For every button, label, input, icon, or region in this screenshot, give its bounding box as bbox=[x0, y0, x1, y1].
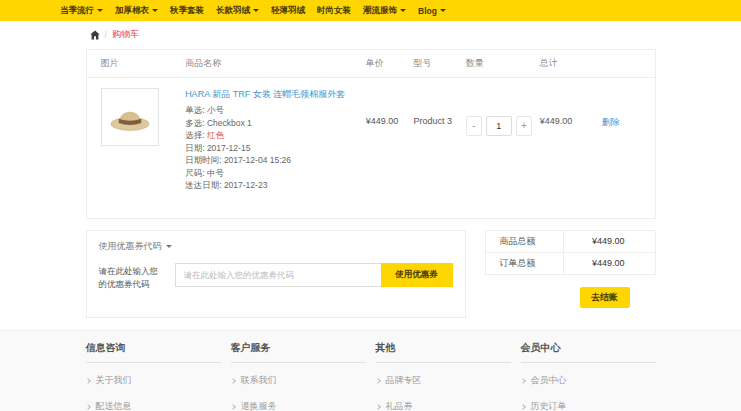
subtotal-label: 商品总额 bbox=[485, 230, 563, 252]
coupon-code-input[interactable] bbox=[175, 263, 381, 287]
chevron-right-icon bbox=[230, 404, 236, 410]
product-model: Product 3 bbox=[409, 78, 461, 219]
chevron-right-icon bbox=[85, 378, 91, 384]
home-icon[interactable] bbox=[90, 30, 100, 40]
breadcrumb-separator: / bbox=[105, 30, 108, 40]
cart-item-row: HARA 新品 TRF 女装 连帽毛领棉服外套 单选: 小号 多选: Check… bbox=[86, 78, 655, 219]
totals-row-subtotal: 商品总额 ¥449.00 bbox=[485, 230, 655, 252]
cart-page: 图片 商品名称 单价 型号 数量 总计 bbox=[86, 49, 656, 318]
cart-table-header-row: 图片 商品名称 单价 型号 数量 总计 bbox=[86, 50, 655, 78]
footer-link-delivery-info[interactable]: 配送信息 bbox=[86, 394, 221, 411]
top-navigation: 当季流行 加厚棉衣 秋季套装 长款羽绒 轻薄羽绒 时尚女装 潮流服饰 Blog bbox=[0, 0, 741, 21]
nav-item-blog[interactable]: Blog bbox=[418, 6, 446, 16]
nav-item-light-down[interactable]: 轻薄羽绒 bbox=[271, 5, 305, 17]
product-option: 送达日期: 2017-12-23 bbox=[185, 179, 358, 192]
footer-link-gift-vouchers[interactable]: 礼品券 bbox=[376, 394, 511, 411]
order-total-value: ¥449.00 bbox=[563, 252, 655, 274]
product-option: 尺码: 中号 bbox=[185, 167, 358, 180]
footer-column-extras: 其他 品牌专区 礼品券 联盟会员 特别优惠 bbox=[376, 341, 511, 411]
nav-item-padded-coats[interactable]: 加厚棉衣 bbox=[115, 5, 158, 17]
straw-hat-image bbox=[104, 91, 156, 143]
chevron-down-icon bbox=[97, 9, 103, 12]
chevron-right-icon bbox=[520, 404, 526, 410]
product-option: 单选: 小号 bbox=[185, 104, 358, 117]
chevron-right-icon bbox=[520, 378, 526, 384]
footer-link-order-history[interactable]: 历史订单 bbox=[521, 394, 656, 411]
footer-column-information: 信息咨询 关于我们 配送信息 隐私政策 使用条款 bbox=[86, 341, 221, 411]
col-header-total: 总计 bbox=[536, 50, 598, 78]
chevron-down-icon bbox=[253, 9, 259, 12]
chevron-down-icon bbox=[400, 9, 406, 12]
cart-bottom-section: 使用优惠券代码 请在此处输入您的优惠券代码 使用优惠券 商品总额 ¥449.0 bbox=[86, 230, 656, 318]
chevron-right-icon bbox=[85, 404, 91, 410]
footer-link-returns[interactable]: 退换服务 bbox=[231, 394, 366, 411]
chevron-down-icon bbox=[152, 9, 158, 12]
chevron-right-icon bbox=[230, 378, 236, 384]
order-totals: 商品总额 ¥449.00 订单总额 ¥449.00 去结账 bbox=[485, 230, 656, 318]
footer-column-title: 客户服务 bbox=[231, 341, 366, 363]
coupon-form: 请在此处输入您的优惠券代码 使用优惠券 bbox=[87, 259, 465, 317]
nav-item-trend-apparel[interactable]: 潮流服饰 bbox=[363, 5, 406, 17]
product-option: 日期时间: 2017-12-04 15:26 bbox=[185, 154, 358, 167]
subtotal-value: ¥449.00 bbox=[563, 230, 655, 252]
totals-table: 商品总额 ¥449.00 订单总额 ¥449.00 bbox=[485, 230, 656, 275]
coupon-label: 请在此处输入您的优惠券代码 bbox=[99, 263, 165, 291]
col-header-quantity: 数量 bbox=[462, 50, 536, 78]
nav-item-fashion-women[interactable]: 时尚女装 bbox=[317, 5, 351, 17]
breadcrumb-current[interactable]: 购物车 bbox=[112, 28, 139, 41]
footer-column-title: 信息咨询 bbox=[86, 341, 221, 363]
footer: 信息咨询 关于我们 配送信息 隐私政策 使用条款 客户服务 联系我们 退换服务 … bbox=[0, 330, 741, 411]
product-option: 选择: 红色 bbox=[185, 129, 358, 142]
quantity-input[interactable] bbox=[486, 116, 512, 136]
chevron-right-icon bbox=[375, 378, 381, 384]
footer-column-my-account: 会员中心 会员中心 历史订单 收藏列表 订阅资讯 bbox=[521, 341, 656, 411]
footer-column-customer-service: 客户服务 联系我们 退换服务 网站地图 bbox=[231, 341, 366, 411]
breadcrumb-bar: / 购物车 bbox=[0, 21, 741, 49]
cart-table: 图片 商品名称 单价 型号 数量 总计 bbox=[86, 49, 656, 219]
product-option: 日期: 2017-12-15 bbox=[185, 142, 358, 155]
breadcrumb: / 购物车 bbox=[86, 28, 656, 41]
coupon-panel-toggle[interactable]: 使用优惠券代码 bbox=[87, 231, 465, 259]
chevron-down-icon bbox=[166, 245, 172, 248]
footer-link-brands[interactable]: 品牌专区 bbox=[376, 368, 511, 394]
quantity-decrease-button[interactable]: - bbox=[466, 116, 482, 136]
chevron-down-icon bbox=[440, 9, 446, 12]
checkout-button[interactable]: 去结账 bbox=[580, 287, 630, 308]
col-header-unit-price: 单价 bbox=[362, 50, 410, 78]
col-header-image: 图片 bbox=[86, 50, 181, 78]
footer-link-about-us[interactable]: 关于我们 bbox=[86, 368, 221, 394]
page: 当季流行 加厚棉衣 秋季套装 长款羽绒 轻薄羽绒 时尚女装 潮流服饰 Blog … bbox=[0, 0, 741, 411]
col-header-name: 商品名称 bbox=[181, 50, 362, 78]
chevron-right-icon bbox=[375, 404, 381, 410]
footer-link-contact-us[interactable]: 联系我们 bbox=[231, 368, 366, 394]
nav-item-autumn-sets[interactable]: 秋季套装 bbox=[170, 5, 204, 17]
product-option: 多选: Checkbox 1 bbox=[185, 117, 358, 130]
footer-link-my-account[interactable]: 会员中心 bbox=[521, 368, 656, 394]
footer-column-title: 其他 bbox=[376, 341, 511, 363]
col-header-model: 型号 bbox=[409, 50, 461, 78]
footer-column-title: 会员中心 bbox=[521, 341, 656, 363]
totals-row-order-total: 订单总额 ¥449.00 bbox=[485, 252, 655, 274]
order-total-label: 订单总额 bbox=[485, 252, 563, 274]
nav-item-long-down[interactable]: 长款羽绒 bbox=[216, 5, 259, 17]
coupon-panel: 使用优惠券代码 请在此处输入您的优惠券代码 使用优惠券 bbox=[86, 230, 466, 318]
product-name-link[interactable]: HARA 新品 TRF 女装 连帽毛领棉服外套 bbox=[185, 88, 358, 101]
apply-coupon-button[interactable]: 使用优惠券 bbox=[381, 263, 453, 287]
quantity-stepper: - + bbox=[466, 116, 532, 136]
quantity-increase-button[interactable]: + bbox=[516, 116, 532, 136]
remove-item-link[interactable]: 删除 bbox=[602, 117, 620, 127]
product-thumbnail[interactable] bbox=[101, 88, 159, 146]
nav-item-season-trend[interactable]: 当季流行 bbox=[60, 5, 103, 17]
line-total: ¥449.00 bbox=[536, 78, 598, 219]
unit-price: ¥449.00 bbox=[362, 78, 410, 219]
col-header-actions bbox=[598, 50, 655, 78]
